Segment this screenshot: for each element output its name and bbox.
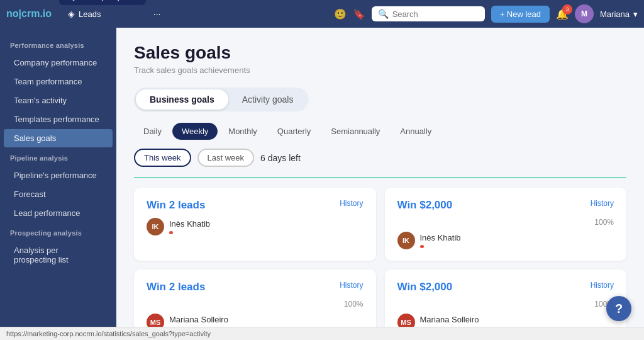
goal-person: MS Mariana Solleiro [147, 314, 364, 327]
person-avatar: IK [397, 232, 415, 249]
person-avatar: IK [147, 218, 164, 235]
emoji-icon[interactable]: 🙂 [334, 8, 347, 20]
history-link[interactable]: History [340, 199, 363, 208]
more-menu-button[interactable]: ··· [148, 5, 166, 23]
page-title: Sales goals [134, 43, 626, 63]
search-input[interactable] [392, 9, 479, 19]
tab-label-cold-prospects: Cold prospects [82, 0, 137, 1]
period-tabs: DailyWeeklyMonthlyQuarterlySemiannuallyA… [134, 123, 626, 140]
sidebar-section-title-performance-analysis: Performance analysis [0, 35, 116, 53]
history-link[interactable]: History [591, 281, 614, 290]
avatar: M [575, 4, 594, 23]
top-navigation: no|crm.io ❄️Cold prospects◈Leads👥Clients… [0, 0, 644, 28]
main-layout: Performance analysisCompany performanceT… [0, 28, 644, 327]
goal-card-percent: 100% [147, 300, 364, 309]
goal-type-tab-activity-goals[interactable]: Activity goals [228, 89, 308, 110]
goal-card-title: Win 2 leads [147, 199, 205, 212]
nav-tab-cold-prospects[interactable]: ❄️Cold prospects [59, 0, 146, 5]
nav-icons: 🙂 🔖 🔍 + New lead 🔔 3 M Mariana ▾ [334, 4, 638, 23]
notification-badge: 3 [562, 4, 572, 14]
goal-card-card-4: Win $2,000 History 100% MS Mariana Solle… [385, 269, 627, 327]
person-info: Inès Khatib [420, 233, 614, 248]
sidebar-item-sales-goals[interactable]: Sales goals [4, 129, 113, 147]
goal-type-tab-business-goals[interactable]: Business goals [136, 89, 228, 110]
main-content: Sales goals Track sales goals achievemen… [116, 28, 644, 327]
progress-bar-red [420, 245, 424, 248]
person-name: Mariana Solleiro [420, 315, 614, 324]
person-avatar: MS [147, 314, 164, 327]
sidebar: Performance analysisCompany performanceT… [0, 28, 116, 327]
sidebar-item-teams-activity[interactable]: Team's activity [4, 91, 113, 110]
period-tab-monthly[interactable]: Monthly [219, 123, 267, 140]
bookmark-icon[interactable]: 🔖 [353, 8, 365, 20]
period-tab-weekly[interactable]: Weekly [172, 123, 218, 140]
history-link[interactable]: History [591, 199, 614, 208]
goal-card-header: Win $2,000 History [397, 199, 614, 212]
sidebar-section-title-prospecting-analysis: Prospecting analysis [0, 223, 116, 241]
period-tab-daily[interactable]: Daily [134, 123, 171, 140]
sidebar-section-title-pipeline-analysis: Pipeline analysis [0, 148, 116, 166]
goal-card-card-1: Win 2 leads History IK Inès Khatib [134, 188, 376, 261]
goal-card-header: Win $2,000 History [397, 281, 614, 293]
logo: no|crm.io [6, 8, 52, 20]
logo-text: no [6, 8, 19, 19]
goal-person: MS Mariana Solleiro [397, 314, 614, 327]
sidebar-item-analysis-per-prospecting-list[interactable]: Analysis per prospecting list [4, 241, 113, 269]
history-link[interactable]: History [340, 281, 363, 290]
goal-type-tabs: Business goalsActivity goals [134, 88, 309, 111]
tab-label-leads: Leads [79, 9, 101, 19]
period-tab-quarterly[interactable]: Quarterly [268, 123, 320, 140]
goal-person: IK Inès Khatib [397, 232, 614, 249]
this-week-button[interactable]: This week [134, 149, 191, 167]
nav-tab-leads[interactable]: ◈Leads [59, 5, 146, 23]
goal-card-header: Win 2 leads History [147, 281, 364, 293]
notification-button[interactable]: 🔔 3 [556, 8, 569, 20]
goal-card-header: Win 2 leads History [147, 199, 364, 212]
sidebar-item-team-performance[interactable]: Team performance [4, 72, 113, 91]
period-tab-semiannually[interactable]: Semiannually [321, 123, 389, 140]
goal-card-percent: 100% [397, 300, 614, 309]
days-left: 6 days left [260, 153, 301, 163]
sidebar-item-lead-performance[interactable]: Lead performance [4, 204, 113, 222]
sidebar-item-pipelines-performance[interactable]: Pipeline's performance [4, 166, 113, 184]
sidebar-item-templates-performance[interactable]: Templates performance [4, 110, 113, 128]
new-lead-button[interactable]: + New lead [491, 6, 550, 23]
goal-card-title: Win $2,000 [397, 199, 453, 212]
sidebar-item-company-performance[interactable]: Company performance [4, 54, 113, 72]
person-info: Mariana Solleiro [169, 315, 364, 327]
person-name: Inès Khatib [169, 219, 364, 229]
user-name: Mariana [600, 9, 630, 19]
person-info: Inès Khatib [169, 219, 364, 234]
person-info: Mariana Solleiro [420, 315, 614, 327]
progress-bar-red [169, 231, 173, 234]
page-subtitle: Track sales goals achievements [134, 65, 626, 75]
goal-card-title: Win $2,000 [397, 281, 453, 293]
period-tab-annually[interactable]: Annually [391, 123, 441, 140]
section-divider [134, 177, 626, 178]
goal-card-title: Win 2 leads [147, 281, 205, 293]
tab-icon-leads: ◈ [68, 9, 75, 19]
person-avatar: MS [397, 314, 415, 327]
sidebar-item-forecast[interactable]: Forecast [4, 185, 113, 203]
search-icon: 🔍 [378, 9, 389, 19]
person-name: Mariana Solleiro [169, 315, 364, 324]
goal-card-card-2: Win $2,000 History 100% IK Inès Khatib [385, 188, 627, 261]
person-name: Inès Khatib [420, 233, 614, 242]
last-week-button[interactable]: Last week [197, 149, 255, 167]
goals-grid: Win 2 leads History IK Inès Khatib Win $… [134, 188, 626, 327]
goal-card-card-3: Win 2 leads History 100% MS Mariana Soll… [134, 269, 376, 327]
chevron-down-icon: ▾ [633, 9, 638, 19]
status-bar: https://marketing-corp.nocrm.io/statisti… [0, 327, 644, 340]
goal-person: IK Inès Khatib [147, 218, 364, 235]
user-menu[interactable]: Mariana ▾ [600, 9, 638, 19]
week-selector: This week Last week 6 days left [134, 149, 626, 167]
goal-card-percent: 100% [397, 218, 614, 227]
tab-icon-cold-prospects: ❄️ [68, 0, 79, 1]
help-button[interactable]: ? [606, 296, 631, 321]
search-bar[interactable]: 🔍 [372, 6, 485, 21]
